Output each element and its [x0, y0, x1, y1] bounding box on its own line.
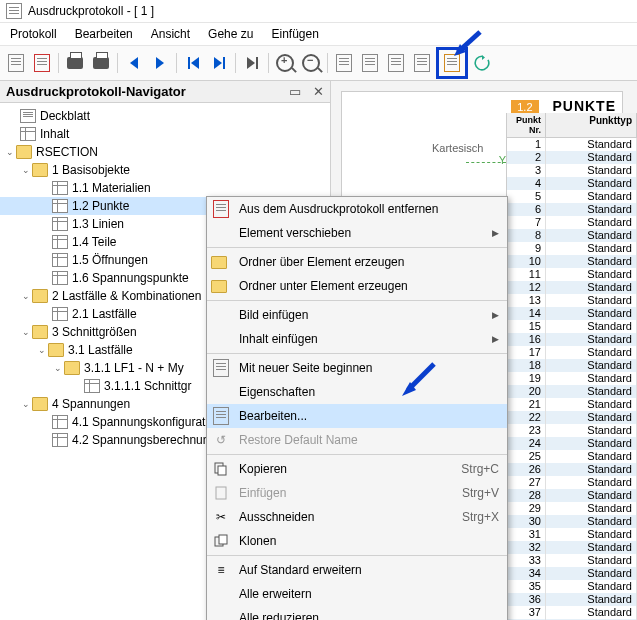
- table-row: 30Standard: [507, 515, 637, 528]
- ctx-cut[interactable]: ✂AusschneidenStrg+X: [207, 505, 507, 529]
- ctx-insert-content[interactable]: Inhalt einfügen▶: [207, 327, 507, 351]
- ctx-clone[interactable]: Klonen: [207, 529, 507, 553]
- ctx-insert-image[interactable]: Bild einfügen▶: [207, 303, 507, 327]
- col-punkttyp: Punkttyp: [546, 113, 637, 137]
- nav-first-button[interactable]: [181, 51, 205, 75]
- export-rtf-button[interactable]: [358, 51, 382, 75]
- print-button[interactable]: [63, 51, 87, 75]
- ctx-folder-under[interactable]: Ordner unter Element erzeugen: [207, 274, 507, 298]
- table-row: 21Standard: [507, 398, 637, 411]
- table-row: 29Standard: [507, 502, 637, 515]
- context-menu: Aus dem Ausdruckprotokoll entfernen Elem…: [206, 196, 508, 620]
- titlebar: Ausdruckprotokoll - [ 1 ]: [0, 0, 637, 23]
- navigator-header: Ausdruckprotokoll-Navigator ▭ ✕: [0, 81, 330, 103]
- annotation-arrow-toolbar: [450, 28, 484, 62]
- table-row: 31Standard: [507, 528, 637, 541]
- export-pdf-button[interactable]: [332, 51, 356, 75]
- table-row: 22Standard: [507, 411, 637, 424]
- table-row: 3Standard: [507, 164, 637, 177]
- ctx-folder-over[interactable]: Ordner über Element erzeugen: [207, 250, 507, 274]
- menu-gehezu[interactable]: Gehe zu: [208, 27, 253, 41]
- svg-rect-2: [216, 487, 226, 499]
- ctx-remove[interactable]: Aus dem Ausdruckprotokoll entfernen: [207, 197, 507, 221]
- settings-button[interactable]: [410, 51, 434, 75]
- table-row: 8Standard: [507, 229, 637, 242]
- axis-y-label: Y: [499, 154, 506, 166]
- menu-einfuegen[interactable]: Einfügen: [271, 27, 318, 41]
- new-doc-button[interactable]: [4, 51, 28, 75]
- table-row: 34Standard: [507, 567, 637, 580]
- svg-rect-4: [219, 535, 227, 544]
- ctx-copy[interactable]: KopierenStrg+C: [207, 457, 507, 481]
- table-row: 25Standard: [507, 450, 637, 463]
- table-row: 1Standard: [507, 138, 637, 151]
- annotation-arrow-edit: [398, 360, 438, 400]
- table-row: 32Standard: [507, 541, 637, 554]
- section-title: PUNKTE: [552, 98, 616, 114]
- ctx-newpage[interactable]: Mit neuer Seite beginnen: [207, 356, 507, 380]
- table-row: 18Standard: [507, 359, 637, 372]
- ctx-paste: EinfügenStrg+V: [207, 481, 507, 505]
- print-settings-button[interactable]: [89, 51, 113, 75]
- menu-bearbeiten[interactable]: Bearbeiten: [75, 27, 133, 41]
- table-row: 27Standard: [507, 476, 637, 489]
- panel-close-icon[interactable]: ✕: [313, 84, 324, 99]
- export-excel-button[interactable]: [384, 51, 408, 75]
- table-row: 15Standard: [507, 320, 637, 333]
- zoom-in-button[interactable]: [273, 51, 297, 75]
- zoom-out-button[interactable]: [299, 51, 323, 75]
- navigator-title: Ausdruckprotokoll-Navigator: [6, 84, 186, 99]
- table-row: 23Standard: [507, 424, 637, 437]
- panel-float-icon[interactable]: ▭: [289, 84, 301, 99]
- table-row: 16Standard: [507, 333, 637, 346]
- table-row: 20Standard: [507, 385, 637, 398]
- ctx-move[interactable]: Element verschieben▶: [207, 221, 507, 245]
- table-row: 13Standard: [507, 294, 637, 307]
- menu-ansicht[interactable]: Ansicht: [151, 27, 190, 41]
- table-row: 24Standard: [507, 437, 637, 450]
- goto-button[interactable]: [240, 51, 264, 75]
- nav-last-button[interactable]: [207, 51, 231, 75]
- tree-inhalt[interactable]: Inhalt: [0, 125, 330, 143]
- points-table: Punkt Nr. Punkttyp 1Standard2Standard3St…: [506, 113, 637, 620]
- nav-next-button[interactable]: [148, 51, 172, 75]
- table-row: 36Standard: [507, 593, 637, 606]
- tree-deckblatt[interactable]: Deckblatt: [0, 107, 330, 125]
- ctx-expand-std[interactable]: ≡Auf Standard erweitern: [207, 558, 507, 582]
- coord-label: Kartesisch: [432, 142, 483, 154]
- table-row: 10Standard: [507, 255, 637, 268]
- menu-protokoll[interactable]: Protokoll: [10, 27, 57, 41]
- svg-rect-1: [218, 466, 226, 475]
- tree-basisobjekte[interactable]: ⌄1 Basisobjekte: [0, 161, 330, 179]
- window-title: Ausdruckprotokoll - [ 1 ]: [28, 4, 154, 18]
- tree-materialien[interactable]: 1.1 Materialien: [0, 179, 330, 197]
- table-row: 6Standard: [507, 203, 637, 216]
- document-icon: [6, 3, 22, 19]
- axis-y-line: [466, 162, 506, 163]
- ctx-restore-name: ↺Restore Default Name: [207, 428, 507, 452]
- ctx-properties[interactable]: Eigenschaften: [207, 380, 507, 404]
- toolbar: [0, 45, 637, 81]
- col-punkt-nr: Punkt Nr.: [507, 113, 546, 137]
- table-row: 35Standard: [507, 580, 637, 593]
- table-row: 33Standard: [507, 554, 637, 567]
- table-row: 12Standard: [507, 281, 637, 294]
- table-row: 9Standard: [507, 242, 637, 255]
- table-row: 37Standard: [507, 606, 637, 619]
- table-row: 17Standard: [507, 346, 637, 359]
- table-row: 11Standard: [507, 268, 637, 281]
- table-row: 5Standard: [507, 190, 637, 203]
- table-row: 4Standard: [507, 177, 637, 190]
- table-row: 14Standard: [507, 307, 637, 320]
- menubar: Protokoll Bearbeiten Ansicht Gehe zu Ein…: [0, 23, 637, 45]
- table-row: 26Standard: [507, 463, 637, 476]
- ctx-edit[interactable]: Bearbeiten...: [207, 404, 507, 428]
- table-row: 2Standard: [507, 151, 637, 164]
- ctx-collapse-all[interactable]: Alle reduzieren: [207, 606, 507, 620]
- table-row: 19Standard: [507, 372, 637, 385]
- nav-prev-button[interactable]: [122, 51, 146, 75]
- ctx-expand-all[interactable]: Alle erweitern: [207, 582, 507, 606]
- table-row: 28Standard: [507, 489, 637, 502]
- tree-rsection[interactable]: ⌄RSECTION: [0, 143, 330, 161]
- delete-doc-button[interactable]: [30, 51, 54, 75]
